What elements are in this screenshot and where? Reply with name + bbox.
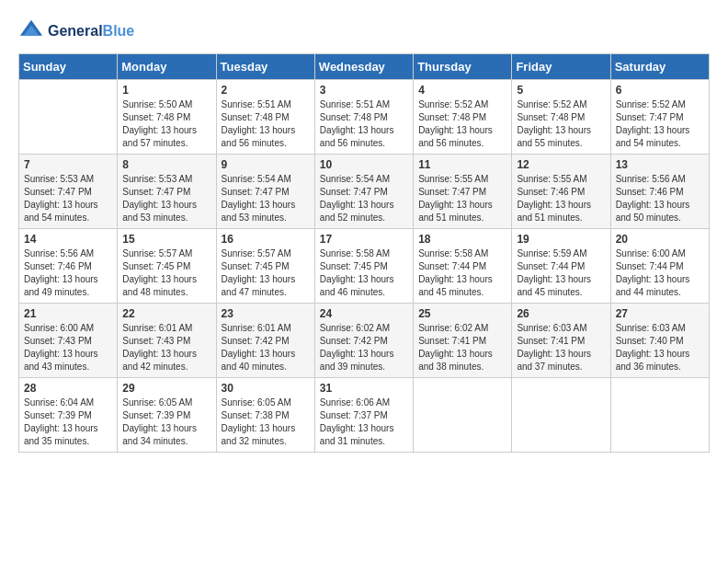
day-number: 18 [418, 233, 506, 246]
day-number: 3 [320, 84, 408, 97]
calendar-cell: 16Sunrise: 5:57 AM Sunset: 7:45 PM Dayli… [216, 229, 314, 304]
day-number: 13 [616, 158, 704, 171]
calendar-cell: 6Sunrise: 5:52 AM Sunset: 7:47 PM Daylig… [610, 80, 709, 155]
logo-icon [18, 18, 44, 44]
day-info: Sunrise: 5:58 AM Sunset: 7:45 PM Dayligh… [320, 247, 408, 299]
day-info: Sunrise: 6:05 AM Sunset: 7:38 PM Dayligh… [222, 396, 310, 448]
calendar-cell: 25Sunrise: 6:02 AM Sunset: 7:41 PM Dayli… [414, 304, 512, 378]
day-number: 9 [222, 158, 310, 171]
day-info: Sunrise: 5:53 AM Sunset: 7:47 PM Dayligh… [122, 173, 210, 224]
calendar-week-row: 1Sunrise: 5:50 AM Sunset: 7:48 PM Daylig… [19, 80, 710, 155]
day-info: Sunrise: 5:56 AM Sunset: 7:46 PM Dayligh… [616, 173, 704, 224]
weekday-header: Thursday [414, 54, 512, 80]
day-info: Sunrise: 5:53 AM Sunset: 7:47 PM Dayligh… [24, 173, 112, 224]
calendar-week-row: 7Sunrise: 5:53 AM Sunset: 7:47 PM Daylig… [19, 155, 710, 229]
day-number: 7 [24, 158, 112, 171]
day-info: Sunrise: 5:52 AM Sunset: 7:48 PM Dayligh… [517, 98, 605, 150]
day-info: Sunrise: 5:55 AM Sunset: 7:46 PM Dayligh… [517, 173, 605, 224]
day-info: Sunrise: 6:01 AM Sunset: 7:43 PM Dayligh… [122, 322, 210, 373]
day-number: 31 [320, 382, 408, 395]
day-number: 5 [517, 84, 605, 97]
calendar-week-row: 14Sunrise: 5:56 AM Sunset: 7:46 PM Dayli… [19, 229, 710, 304]
day-info: Sunrise: 6:00 AM Sunset: 7:43 PM Dayligh… [24, 322, 112, 373]
day-number: 26 [517, 307, 605, 320]
calendar-cell: 30Sunrise: 6:05 AM Sunset: 7:38 PM Dayli… [216, 378, 314, 453]
day-number: 10 [320, 158, 408, 171]
calendar-cell: 1Sunrise: 5:50 AM Sunset: 7:48 PM Daylig… [118, 80, 216, 155]
day-number: 20 [616, 233, 704, 246]
calendar-cell: 19Sunrise: 5:59 AM Sunset: 7:44 PM Dayli… [512, 229, 610, 304]
day-info: Sunrise: 5:54 AM Sunset: 7:47 PM Dayligh… [320, 173, 408, 224]
calendar-week-row: 28Sunrise: 6:04 AM Sunset: 7:39 PM Dayli… [19, 378, 710, 453]
calendar-week-row: 21Sunrise: 6:00 AM Sunset: 7:43 PM Dayli… [19, 304, 710, 378]
day-info: Sunrise: 5:52 AM Sunset: 7:48 PM Dayligh… [418, 98, 506, 150]
calendar-table: SundayMondayTuesdayWednesdayThursdayFrid… [18, 53, 710, 453]
calendar-cell: 26Sunrise: 6:03 AM Sunset: 7:41 PM Dayli… [512, 304, 610, 378]
day-info: Sunrise: 5:57 AM Sunset: 7:45 PM Dayligh… [222, 247, 310, 299]
day-info: Sunrise: 6:00 AM Sunset: 7:44 PM Dayligh… [616, 247, 704, 299]
calendar-cell: 4Sunrise: 5:52 AM Sunset: 7:48 PM Daylig… [414, 80, 512, 155]
day-info: Sunrise: 5:54 AM Sunset: 7:47 PM Dayligh… [222, 173, 310, 224]
calendar-cell: 29Sunrise: 6:05 AM Sunset: 7:39 PM Dayli… [118, 378, 216, 453]
day-info: Sunrise: 6:05 AM Sunset: 7:39 PM Dayligh… [122, 396, 210, 448]
day-info: Sunrise: 6:03 AM Sunset: 7:41 PM Dayligh… [517, 322, 605, 373]
day-number: 23 [222, 307, 310, 320]
weekday-header: Monday [118, 54, 216, 80]
calendar-header: SundayMondayTuesdayWednesdayThursdayFrid… [19, 54, 710, 80]
calendar-cell: 31Sunrise: 6:06 AM Sunset: 7:37 PM Dayli… [314, 378, 413, 453]
calendar-cell: 27Sunrise: 6:03 AM Sunset: 7:40 PM Dayli… [610, 304, 709, 378]
calendar-cell [414, 378, 512, 453]
day-info: Sunrise: 6:01 AM Sunset: 7:42 PM Dayligh… [222, 322, 310, 373]
day-number: 22 [122, 307, 210, 320]
calendar-cell: 9Sunrise: 5:54 AM Sunset: 7:47 PM Daylig… [216, 155, 314, 229]
calendar-cell: 21Sunrise: 6:00 AM Sunset: 7:43 PM Dayli… [19, 304, 118, 378]
logo: GeneralBlue [18, 18, 134, 44]
weekday-header: Friday [512, 54, 610, 80]
day-info: Sunrise: 5:52 AM Sunset: 7:47 PM Dayligh… [616, 98, 704, 150]
day-info: Sunrise: 5:50 AM Sunset: 7:48 PM Dayligh… [122, 98, 210, 150]
calendar-cell: 23Sunrise: 6:01 AM Sunset: 7:42 PM Dayli… [216, 304, 314, 378]
day-number: 12 [517, 158, 605, 171]
calendar-cell: 18Sunrise: 5:58 AM Sunset: 7:44 PM Dayli… [414, 229, 512, 304]
day-number: 6 [616, 84, 704, 97]
weekday-header: Wednesday [314, 54, 413, 80]
day-number: 2 [222, 84, 310, 97]
calendar-cell: 20Sunrise: 6:00 AM Sunset: 7:44 PM Dayli… [610, 229, 709, 304]
day-info: Sunrise: 5:56 AM Sunset: 7:46 PM Dayligh… [24, 247, 112, 299]
weekday-header: Sunday [19, 54, 118, 80]
day-number: 8 [122, 158, 210, 171]
day-number: 27 [616, 307, 704, 320]
day-number: 14 [24, 233, 112, 246]
day-number: 29 [122, 382, 210, 395]
day-number: 1 [122, 84, 210, 97]
weekday-header: Saturday [610, 54, 709, 80]
calendar-cell [19, 80, 118, 155]
day-info: Sunrise: 5:51 AM Sunset: 7:48 PM Dayligh… [320, 98, 408, 150]
day-info: Sunrise: 6:06 AM Sunset: 7:37 PM Dayligh… [320, 396, 408, 448]
calendar-cell: 13Sunrise: 5:56 AM Sunset: 7:46 PM Dayli… [610, 155, 709, 229]
day-number: 17 [320, 233, 408, 246]
day-number: 15 [122, 233, 210, 246]
day-number: 30 [222, 382, 310, 395]
day-info: Sunrise: 5:58 AM Sunset: 7:44 PM Dayligh… [418, 247, 506, 299]
calendar-cell: 12Sunrise: 5:55 AM Sunset: 7:46 PM Dayli… [512, 155, 610, 229]
calendar-cell: 7Sunrise: 5:53 AM Sunset: 7:47 PM Daylig… [19, 155, 118, 229]
weekday-header: Tuesday [216, 54, 314, 80]
day-number: 4 [418, 84, 506, 97]
day-number: 28 [24, 382, 112, 395]
calendar-cell [512, 378, 610, 453]
calendar-cell: 14Sunrise: 5:56 AM Sunset: 7:46 PM Dayli… [19, 229, 118, 304]
day-number: 19 [517, 233, 605, 246]
day-number: 24 [320, 307, 408, 320]
calendar-cell: 15Sunrise: 5:57 AM Sunset: 7:45 PM Dayli… [118, 229, 216, 304]
day-info: Sunrise: 6:02 AM Sunset: 7:42 PM Dayligh… [320, 322, 408, 373]
day-info: Sunrise: 6:02 AM Sunset: 7:41 PM Dayligh… [418, 322, 506, 373]
calendar-cell: 22Sunrise: 6:01 AM Sunset: 7:43 PM Dayli… [118, 304, 216, 378]
page-header: GeneralBlue [18, 18, 710, 44]
calendar-cell: 5Sunrise: 5:52 AM Sunset: 7:48 PM Daylig… [512, 80, 610, 155]
calendar-cell: 10Sunrise: 5:54 AM Sunset: 7:47 PM Dayli… [314, 155, 413, 229]
day-info: Sunrise: 5:57 AM Sunset: 7:45 PM Dayligh… [122, 247, 210, 299]
calendar-cell [610, 378, 709, 453]
day-number: 16 [222, 233, 310, 246]
calendar-cell: 8Sunrise: 5:53 AM Sunset: 7:47 PM Daylig… [118, 155, 216, 229]
